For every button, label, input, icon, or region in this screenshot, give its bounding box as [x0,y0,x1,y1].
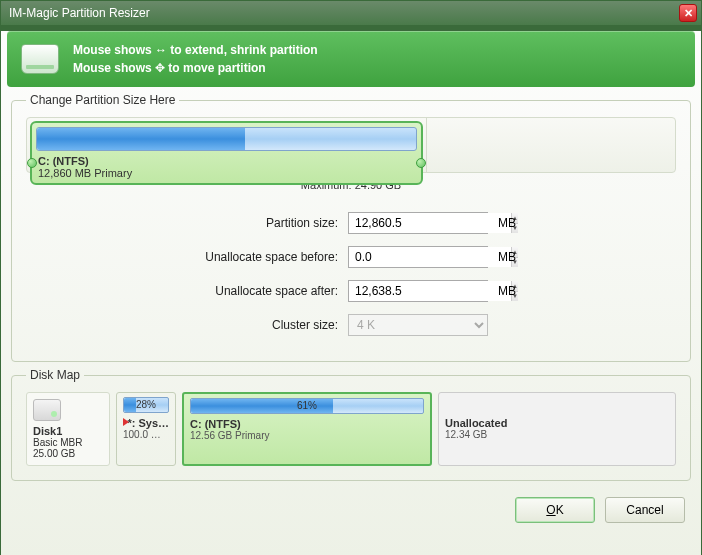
partition-size-label: Partition size: [182,207,342,239]
drive-icon [21,44,59,74]
partition-size-input[interactable] [349,213,511,233]
cluster-size-select[interactable]: 4 K [348,314,488,336]
resize-cursor-icon: ↔ [155,41,167,59]
partition-label: C: (NTFS) [38,155,89,167]
space-before-input[interactable] [349,247,511,267]
space-before-label: Unallocate space before: [182,241,342,273]
window-title: IM-Magic Partition Resizer [9,6,679,20]
resize-legend: Change Partition Size Here [26,93,179,107]
partition-sub: 12,860 MB Primary [38,167,132,179]
move-cursor-icon: ✥ [155,59,165,77]
banner-line-2: Mouse shows ✥ to move partition [73,59,318,77]
disk-type: Basic MBR [33,437,82,448]
resize-handle-left[interactable] [27,158,37,168]
cluster-size-label: Cluster size: [182,309,342,341]
cancel-button[interactable]: Cancel [605,497,685,523]
instruction-banner: Mouse shows ↔ to extend, shrink partitio… [7,31,695,87]
banner-line-1: Mouse shows ↔ to extend, shrink partitio… [73,41,318,59]
close-button[interactable]: ✕ [679,4,697,22]
partition-block[interactable]: C: (NTFS) 12,860 MB Primary [30,121,423,185]
resize-group: Change Partition Size Here C: (NTFS) 12,… [11,93,691,362]
disk-map-legend: Disk Map [26,368,84,382]
diskmap-part-unallocated[interactable]: Unallocated 12.34 GB [438,392,676,466]
partition-slider[interactable]: C: (NTFS) 12,860 MB Primary [26,117,676,173]
disk-card[interactable]: Disk1 Basic MBR 25.00 GB [26,392,110,466]
diskmap-part-c[interactable]: 61% C: (NTFS) 12.56 GB Primary [182,392,432,466]
disk-icon [33,399,61,421]
disk-name: Disk1 [33,425,62,437]
space-after-input[interactable] [349,281,511,301]
disk-size: 25.00 GB [33,448,75,459]
unallocated-area[interactable] [427,118,675,172]
space-after-label: Unallocate space after: [182,275,342,307]
disk-map-group: Disk Map Disk1 Basic MBR 25.00 GB 28% *:… [11,368,691,481]
resize-handle-right[interactable] [416,158,426,168]
ok-button[interactable]: OK [515,497,595,523]
flag-icon [123,418,124,428]
titlebar[interactable]: IM-Magic Partition Resizer ✕ [1,1,701,25]
diskmap-part-system[interactable]: 28% *: Sys… 100.0 MB P. [116,392,176,466]
